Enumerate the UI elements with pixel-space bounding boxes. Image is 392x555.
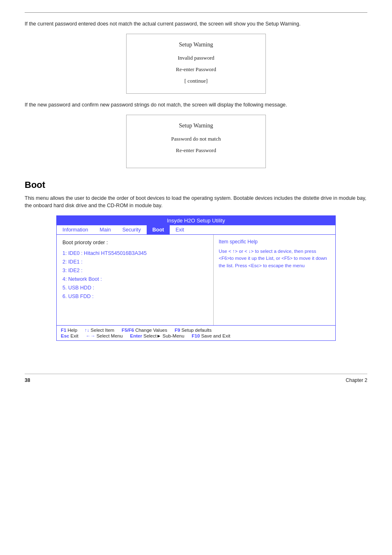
boot-entry-2: 3: IDE2 : xyxy=(62,268,208,273)
warning2-line1: Password do not match xyxy=(135,136,257,142)
boot-entry-4: 5. USB HDD : xyxy=(62,285,208,291)
bios-nav: Information Main Security Boot Exit xyxy=(57,225,335,235)
warning1-line1: Invalid password xyxy=(135,55,257,61)
bios-nav-exit[interactable]: Exit xyxy=(170,225,190,234)
warning1-continue: [ continue] xyxy=(135,78,257,84)
footer-lr-arrows-key: ←→Select Menu xyxy=(86,333,123,338)
bios-title: Insyde H2O Setup Utility xyxy=(57,216,335,225)
footer-enter-key: EnterSelect► Sub-Menu xyxy=(130,333,184,338)
key-arrows: ↑↓ xyxy=(85,328,90,333)
warning-box-1: Setup Warning Invalid password Re-enter … xyxy=(126,34,266,94)
desc-lr-arrows: Select Menu xyxy=(97,333,123,338)
desc-esc: Exit xyxy=(70,333,78,338)
desc-f10: Save and Exit xyxy=(201,333,230,338)
bios-footer: F1Help ↑↓Select Item F5/F6Change Values … xyxy=(57,325,335,340)
key-f9: F9 xyxy=(175,328,180,333)
boot-order-label: Boot prioroty order : xyxy=(62,240,208,245)
desc-enter: Select► Sub-Menu xyxy=(143,333,184,338)
boot-entry-5: 6. USB FDD : xyxy=(62,294,208,299)
footer-esc-key: EscExit xyxy=(61,333,78,338)
intro-text-2: If the new password and confirm new pass… xyxy=(25,101,367,109)
page-footer: 38 Chapter 2 xyxy=(25,374,367,383)
bios-nav-main[interactable]: Main xyxy=(94,225,117,234)
warning2-line2: Re-enter Password xyxy=(135,147,257,154)
key-enter: Enter xyxy=(130,333,142,338)
boot-section-heading: Boot xyxy=(25,180,367,190)
top-divider xyxy=(25,12,367,13)
desc-f9: Setup defaults xyxy=(181,328,212,333)
page-chapter: Chapter 2 xyxy=(346,377,367,383)
bios-nav-security[interactable]: Security xyxy=(117,225,147,234)
boot-entry-3: 4: Network Boot : xyxy=(62,276,208,282)
bios-nav-information[interactable]: Information xyxy=(57,225,94,234)
desc-f5f6: Change Values xyxy=(135,328,167,333)
key-f5f6: F5/F6 xyxy=(122,328,134,333)
intro-text-1: If the current password entered does not… xyxy=(25,20,367,28)
desc-f1: Help xyxy=(67,328,77,333)
help-text: Use < ↑> or < ↓> to select a device, the… xyxy=(219,248,330,269)
key-f10: F10 xyxy=(192,333,200,338)
bios-right-panel: Item specific Help Use < ↑> or < ↓> to s… xyxy=(214,235,335,325)
bios-footer-row-2: EscExit ←→Select Menu EnterSelect► Sub-M… xyxy=(61,333,331,338)
key-lr-arrows: ←→ xyxy=(86,333,95,338)
footer-arrows-key: ↑↓Select Item xyxy=(85,328,114,333)
footer-f10-key: F10Save and Exit xyxy=(192,333,231,338)
warning-box-2: Setup Warning Password do not match Re-e… xyxy=(126,115,266,168)
bios-content-area: Boot prioroty order : 1: IDE0 : Hitachi … xyxy=(57,235,335,325)
bios-left-panel: Boot prioroty order : 1: IDE0 : Hitachi … xyxy=(57,235,214,325)
boot-entry-0: 1: IDE0 : Hitachi HTS545016B3A345 xyxy=(62,250,208,256)
desc-arrows: Select Item xyxy=(91,328,115,333)
footer-f5f6-key: F5/F6Change Values xyxy=(122,328,167,333)
warning1-line2: Re-enter Password xyxy=(135,66,257,73)
bios-footer-row-1: F1Help ↑↓Select Item F5/F6Change Values … xyxy=(61,328,331,333)
key-esc: Esc xyxy=(61,333,69,338)
boot-section-description: This menu allows the user to decide the … xyxy=(25,194,367,210)
key-f1: F1 xyxy=(61,328,66,333)
boot-entry-1: 2: IDE1 : xyxy=(62,259,208,265)
footer-f9-key: F9Setup defaults xyxy=(175,328,212,333)
bios-nav-boot[interactable]: Boot xyxy=(147,225,170,234)
bios-utility: Insyde H2O Setup Utility Information Mai… xyxy=(56,215,336,341)
warning2-title: Setup Warning xyxy=(135,123,257,129)
page-number: 38 xyxy=(25,377,30,383)
help-title: Item specific Help xyxy=(219,239,330,245)
warning1-title: Setup Warning xyxy=(135,42,257,48)
footer-f1-key: F1Help xyxy=(61,328,77,333)
